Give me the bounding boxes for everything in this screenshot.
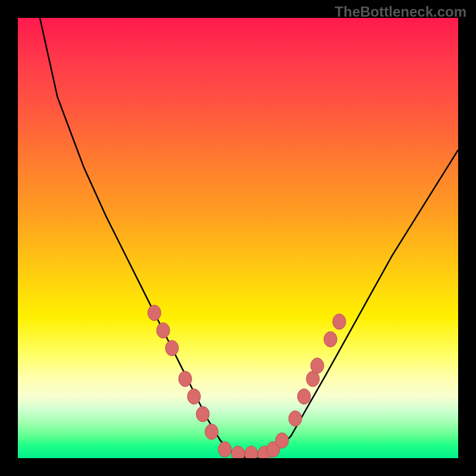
curve-marker	[165, 340, 178, 356]
curve-marker	[231, 446, 245, 458]
curve-marker	[148, 305, 161, 321]
curve-marker	[275, 433, 289, 448]
watermark-text: TheBottleneck.com	[335, 4, 466, 20]
curve-marker	[324, 331, 337, 347]
curve-marker	[205, 424, 218, 440]
curve-marker	[245, 446, 258, 458]
bottleneck-curve	[40, 18, 458, 458]
curve-marker	[196, 406, 209, 422]
curve-marker	[289, 411, 302, 426]
curve-markers	[148, 305, 346, 458]
chart-svg	[18, 18, 458, 458]
curve-marker	[178, 371, 192, 387]
curve-marker	[311, 358, 324, 374]
curve-marker	[218, 441, 231, 457]
curve-marker	[333, 314, 346, 330]
chart-area	[18, 18, 458, 458]
curve-marker	[298, 389, 311, 404]
curve-marker	[187, 389, 201, 404]
curve-marker	[156, 322, 170, 338]
